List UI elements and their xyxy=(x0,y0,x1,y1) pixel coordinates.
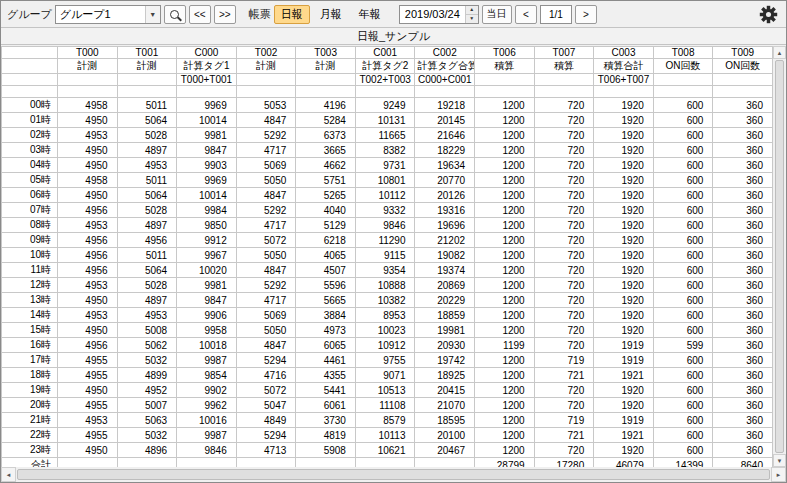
next-group-button[interactable]: >> xyxy=(214,5,236,24)
table-cell: 360 xyxy=(713,203,773,218)
table-cell: 10513 xyxy=(355,383,415,398)
table-cell: 1199 xyxy=(475,338,535,353)
scroll-right-icon[interactable]: ► xyxy=(771,467,786,482)
table-cell: 600 xyxy=(653,98,713,113)
table-cell: 19316 xyxy=(415,203,475,218)
table-row: 10時4956501199675050406591151908212007201… xyxy=(2,248,773,263)
table-row: 16時4956506210018484760651091220930119972… xyxy=(2,338,773,353)
table-cell: 5751 xyxy=(296,173,356,188)
column-header-tag: T008 xyxy=(653,47,713,59)
column-header-desc: 計測 xyxy=(236,59,296,74)
table-cell xyxy=(177,458,237,468)
vertical-scrollbar[interactable]: ▲ ▼ xyxy=(773,46,786,467)
table-row: 合計287991728046079143998640 xyxy=(2,458,773,468)
table-cell: 720 xyxy=(534,263,594,278)
table-cell: 9969 xyxy=(177,173,237,188)
table-cell: 1200 xyxy=(475,158,535,173)
table-cell: 9902 xyxy=(177,383,237,398)
table-cell: 600 xyxy=(653,263,713,278)
vertical-scroll-thumb[interactable] xyxy=(775,60,784,453)
gear-icon xyxy=(759,5,778,24)
row-label: 09時 xyxy=(2,233,58,248)
spinner-up-icon[interactable]: ▲ xyxy=(466,6,478,14)
table-cell: 5028 xyxy=(117,203,177,218)
table-cell: 1921 xyxy=(594,428,654,443)
row-label: 03時 xyxy=(2,143,58,158)
settings-button[interactable] xyxy=(756,2,780,26)
column-header-formula xyxy=(236,74,296,86)
table-cell: 1920 xyxy=(594,203,654,218)
table-cell: 4953 xyxy=(117,158,177,173)
horizontal-scrollbar[interactable]: ◄ ► xyxy=(1,467,786,482)
table-cell: 9755 xyxy=(355,353,415,368)
column-header-tag: T006 xyxy=(475,47,535,59)
prev-group-button[interactable]: << xyxy=(189,5,211,24)
table-cell: 360 xyxy=(713,248,773,263)
spinner-down-icon[interactable]: ▼ xyxy=(466,14,478,23)
table-cell: 6373 xyxy=(296,128,356,143)
table-area: T000T001C000T002T003C001C002T006T007C003… xyxy=(1,46,773,467)
table-cell: 5011 xyxy=(117,248,177,263)
column-header-formula: T002+T003 xyxy=(355,74,415,86)
scroll-left-icon[interactable]: ◄ xyxy=(1,467,16,482)
table-cell: 1920 xyxy=(594,263,654,278)
row-label: 23時 xyxy=(2,443,58,458)
column-header-desc: 計測 xyxy=(296,59,356,74)
column-header-desc: 計算タグ合算 xyxy=(415,59,475,74)
table-cell: 720 xyxy=(534,248,594,263)
horizontal-scroll-thumb[interactable] xyxy=(17,469,770,480)
table-row: 11時4956506410020484745079354193741200720… xyxy=(2,263,773,278)
table-cell: 5072 xyxy=(236,383,296,398)
table-cell: 10801 xyxy=(355,173,415,188)
row-label: 06時 xyxy=(2,188,58,203)
table-cell: 720 xyxy=(534,218,594,233)
table-cell: 19634 xyxy=(415,158,475,173)
table-cell: 5047 xyxy=(236,398,296,413)
table-row xyxy=(2,86,773,98)
table-cell: 1919 xyxy=(594,413,654,428)
row-label: 17時 xyxy=(2,353,58,368)
table-cell: 600 xyxy=(653,413,713,428)
column-header-tag: T002 xyxy=(236,47,296,59)
column-header-tag: C001 xyxy=(355,47,415,59)
search-button[interactable] xyxy=(164,5,186,24)
date-field[interactable]: 2019/03/24 ▲ ▼ xyxy=(399,5,479,24)
page-prev-button[interactable]: < xyxy=(515,5,537,24)
table-cell: 1200 xyxy=(475,218,535,233)
table-cell: 4847 xyxy=(236,113,296,128)
table-cell: 720 xyxy=(534,113,594,128)
table-cell: 9967 xyxy=(177,248,237,263)
table-cell: 360 xyxy=(713,98,773,113)
table-cell: 9847 xyxy=(177,143,237,158)
tab-daily-report[interactable]: 日報 xyxy=(274,5,310,24)
table-cell: 9854 xyxy=(177,368,237,383)
table-cell: 360 xyxy=(713,188,773,203)
column-header-tag: C003 xyxy=(594,47,654,59)
table-cell: 19981 xyxy=(415,323,475,338)
table-row: 22時4955503299875294481910113201001200721… xyxy=(2,428,773,443)
table-cell: 1920 xyxy=(594,278,654,293)
page-next-button[interactable]: > xyxy=(575,5,597,24)
tab-monthly-report[interactable]: 月報 xyxy=(313,5,349,24)
table-row: 17時4955503299875294446197551974212007191… xyxy=(2,353,773,368)
table-cell: 4717 xyxy=(236,293,296,308)
table-cell: 20415 xyxy=(415,383,475,398)
column-header-desc: ON回数 xyxy=(713,59,773,74)
table-cell: 9731 xyxy=(355,158,415,173)
table-cell: 10018 xyxy=(177,338,237,353)
table-cell: 5441 xyxy=(296,383,356,398)
table-cell: 18595 xyxy=(415,413,475,428)
table-cell: 3730 xyxy=(296,413,356,428)
scroll-down-icon[interactable]: ▼ xyxy=(773,454,786,467)
table-cell: 719 xyxy=(534,413,594,428)
scroll-up-icon[interactable]: ▲ xyxy=(773,46,786,59)
table-cell: 4953 xyxy=(58,308,118,323)
date-spinner[interactable]: ▲ ▼ xyxy=(465,6,478,23)
table-cell: 5072 xyxy=(236,233,296,248)
today-button[interactable]: 当日 xyxy=(482,5,512,24)
tab-yearly-report[interactable]: 年報 xyxy=(352,5,388,24)
row-label: 18時 xyxy=(2,368,58,383)
group-select[interactable]: グループ1 ▼ xyxy=(55,5,161,24)
table-cell: 600 xyxy=(653,293,713,308)
table-cell: 10112 xyxy=(355,188,415,203)
